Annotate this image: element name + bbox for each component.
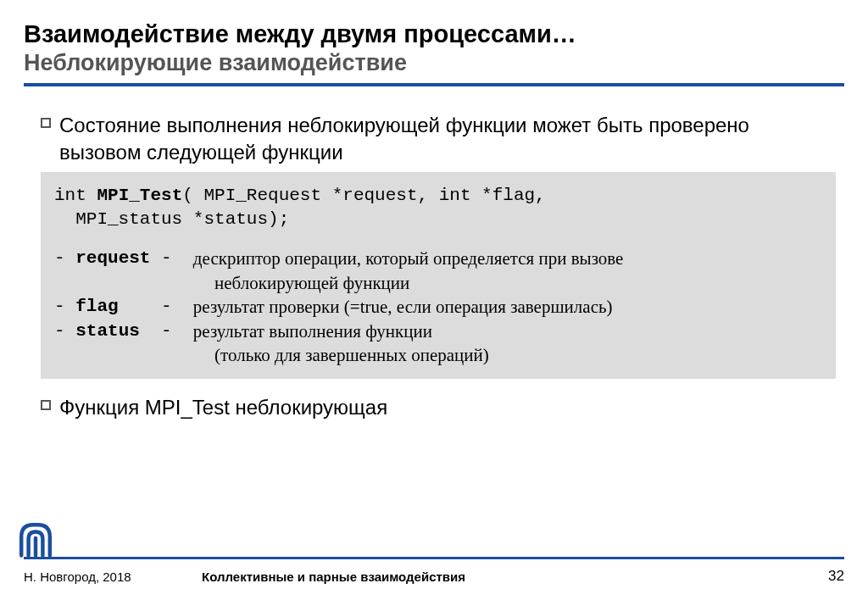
bullet-square-icon [41, 118, 51, 128]
sig-fn: MPI_Test [97, 186, 182, 205]
bullet-outro: Функция MPI_Test неблокирующая [41, 394, 836, 421]
param-desc-cont: (только для завершенных операций) [214, 343, 489, 367]
bullet-intro: Состояние выполнения неблокирующей функц… [41, 112, 836, 167]
param-key: - request - [54, 247, 193, 270]
sig-rest1: ( MPI_Request *request, int *flag, [182, 186, 545, 205]
param-row: - request - дескриптор операции, который… [54, 247, 822, 270]
param-desc: результат проверки (=true, если операция… [193, 295, 613, 319]
param-key: - flag - [54, 295, 193, 319]
footer: Н. Новгород, 2018 Коллективные и парные … [24, 557, 844, 585]
footer-row: Н. Новгород, 2018 Коллективные и парные … [24, 568, 844, 585]
param-row: - status - результат выполнения функции [54, 319, 822, 343]
title-main: Взаимодействие между двумя процессами… [24, 19, 844, 49]
footer-center: Коллективные и парные взаимодействия [202, 569, 828, 584]
param-indent [54, 271, 214, 295]
param-desc: результат выполнения функции [193, 319, 432, 343]
title-block: Взаимодействие между двумя процессами… Н… [24, 19, 844, 86]
param-desc: дескриптор операции, который определяетс… [193, 247, 624, 270]
footer-left: Н. Новгород, 2018 [24, 569, 202, 584]
sig-pre: int [54, 186, 97, 205]
param-row-cont: (только для завершенных операций) [54, 343, 822, 367]
slide: Взаимодействие между двумя процессами… Н… [0, 0, 868, 600]
param-row-cont: неблокирующей функции [54, 271, 822, 295]
bullet-outro-text: Функция MPI_Test неблокирующая [59, 394, 387, 421]
param-desc-cont: неблокирующей функции [214, 271, 409, 295]
code-signature: int MPI_Test( MPI_Request *request, int … [54, 184, 822, 232]
param-key: - status - [54, 319, 193, 343]
code-box: int MPI_Test( MPI_Request *request, int … [41, 172, 836, 379]
content-area: Состояние выполнения неблокирующей функц… [24, 93, 844, 422]
footer-divider [24, 557, 844, 559]
sig-rest2: MPI_status *status); [54, 209, 289, 229]
param-indent [54, 343, 214, 367]
bullet-square-icon [41, 400, 51, 410]
title-subtitle: Неблокирующие взаимодействие [24, 49, 844, 78]
university-logo-icon [12, 515, 59, 563]
bullet-intro-text: Состояние выполнения неблокирующей функц… [59, 112, 836, 167]
param-row: - flag - результат проверки (=true, если… [54, 295, 822, 319]
footer-page-number: 32 [828, 568, 844, 585]
title-divider [24, 83, 844, 86]
